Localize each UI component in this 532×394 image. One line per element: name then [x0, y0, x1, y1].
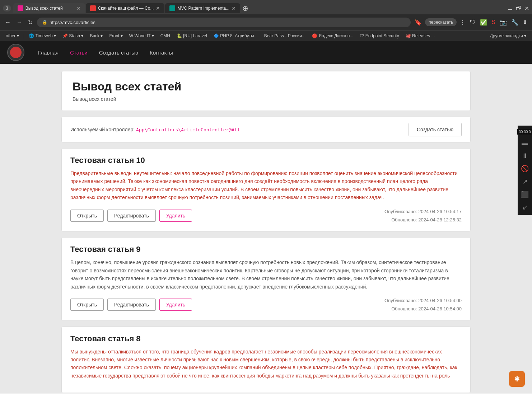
bookmark-php[interactable]: 🔷 PHP 8: Атрибуты...: [211, 33, 260, 39]
page-subtitle: Вывод всех статей: [73, 96, 459, 102]
restore-icon[interactable]: 🗗: [516, 5, 522, 12]
bookmark-back[interactable]: Back ▾: [88, 33, 105, 39]
page-wrapper: Главная Статьи Создать статью Контакты В…: [0, 41, 532, 393]
create-article-button[interactable]: Создать статью: [409, 123, 462, 136]
article-title-3: Тестовая статья 8: [70, 334, 462, 343]
site-nav: Главная Статьи Создать статью Контакты: [0, 41, 532, 64]
bookmark-laravel[interactable]: 🐍 [RU] Laravel: [174, 33, 209, 39]
minimize-icon[interactable]: 🗕: [507, 5, 513, 12]
browser-chrome: 3 Вывод всех статей ✕ Скачайте ваш файл …: [0, 0, 532, 41]
delete-button-2[interactable]: Удалить: [159, 299, 192, 311]
window-controls: 🗕 🗗 ✕: [507, 5, 529, 12]
reload-button[interactable]: ↻: [27, 18, 34, 27]
tab-close-3[interactable]: ✕: [232, 5, 236, 11]
nav-articles[interactable]: Статьи: [65, 47, 93, 58]
ext-4[interactable]: 📷: [499, 18, 508, 27]
tab-active[interactable]: Вывод всех статей ✕: [13, 3, 85, 13]
bookmark-smh[interactable]: СМН: [158, 33, 172, 39]
delete-button-1[interactable]: Удалить: [159, 210, 192, 222]
ext-6[interactable]: ⬇: [522, 18, 528, 27]
article-card-1: Тестовая статья 10 Предварительные вывод…: [61, 148, 471, 231]
address-bar: ← → ↻ 🔒 https://mvc.col/articles 🔖 перес…: [0, 14, 532, 30]
ext-3[interactable]: S: [490, 18, 496, 27]
article-text-2: В целом, конечно, повышение уровня гражд…: [70, 258, 462, 291]
main-content: Вывод всех статей Вывод всех статей Испо…: [54, 71, 478, 393]
panel-btn-1[interactable]: ▬: [522, 140, 528, 147]
panel-btn-square[interactable]: ⬛: [521, 191, 529, 198]
bookmark-others[interactable]: Другие закладки ▾: [488, 33, 528, 39]
article-actions-1: Открыть Редактировать Удалить Опубликова…: [70, 207, 462, 224]
forward-button[interactable]: →: [15, 18, 24, 27]
tab-close-1[interactable]: ✕: [76, 5, 81, 11]
bookmark-stash[interactable]: 📌 Stash ▾: [60, 33, 85, 39]
panel-btn-arrow[interactable]: ↗: [522, 178, 528, 186]
right-panel: 00:00:0 ▬ ⏸ 🚫 ↗ ⬛ ↙: [518, 126, 532, 215]
edit-button-1[interactable]: Редактировать: [107, 210, 156, 222]
open-button-2[interactable]: Открыть: [70, 299, 104, 311]
article-card-3: Тестовая статья 8 Мы вынуждены отталкива…: [61, 327, 471, 393]
controller-label: Используемый контроллер:: [70, 127, 135, 132]
close-icon[interactable]: ✕: [524, 5, 529, 12]
bookmark-endpoint[interactable]: 🛡 Endpoint Security: [358, 33, 401, 39]
tab-favicon-1: [18, 5, 23, 11]
article-text-3: Мы вынуждены отталкиваться от того, что …: [70, 348, 462, 380]
restate-btn[interactable]: пересказать: [425, 18, 457, 26]
back-button[interactable]: ←: [4, 18, 12, 27]
bookmarks-bar: other ▾ | 🌐 Timeweb ▾ 📌 Stash ▾ Back ▾ F…: [0, 30, 532, 41]
nav-links: Главная Статьи Создать статью Контакты: [33, 47, 178, 58]
article-text-1: Предварительные выводы неутешительны: на…: [70, 169, 462, 202]
bookmark-icon[interactable]: 🔖: [414, 18, 423, 27]
tab-title-1: Вывод всех статей: [25, 6, 74, 11]
article-buttons-2: Открыть Редактировать Удалить: [70, 299, 192, 311]
bookmark-bearpass[interactable]: Bear Pass - России...: [262, 33, 308, 39]
open-button-1[interactable]: Открыть: [70, 210, 104, 222]
published-date-2: Опубликовано: 2024-04-26 10:54:00: [384, 296, 462, 305]
tab-group-indicator[interactable]: 3: [3, 5, 11, 11]
edit-button-2[interactable]: Редактировать: [107, 299, 156, 311]
bookmark-releases[interactable]: 🐙 Releases ...: [403, 33, 437, 39]
menu-icon[interactable]: ⋮: [459, 18, 467, 27]
bottom-right-icon: ✱: [514, 375, 520, 383]
tab-close-2[interactable]: ✕: [156, 5, 160, 11]
tab-2[interactable]: Скачайте ваш файл — Со... ✕: [86, 3, 165, 13]
tab-favicon-2: [90, 5, 96, 11]
logo-image: [10, 47, 22, 58]
controller-path: App\Controllers\ArticleController@All: [136, 127, 240, 132]
toolbar-icons: 🔖 пересказать ⋮ 🛡 ✅ S 📷 🔧 ⬇: [414, 18, 528, 27]
updated-date-2: Обновлено: 2024-04-26 10:54:00: [384, 305, 462, 313]
tab-bar: 3 Вывод всех статей ✕ Скачайте ваш файл …: [0, 0, 532, 14]
article-meta-1: Опубликовано: 2024-04-26 10:54:17 Обновл…: [384, 207, 462, 224]
panel-timer: 00:00:0: [517, 129, 532, 135]
tab-favicon-3: [169, 5, 175, 11]
url-text: https://mvc.col/articles: [50, 20, 95, 25]
nav-home[interactable]: Главная: [33, 47, 64, 58]
ext-2[interactable]: ✅: [479, 18, 488, 27]
bookmark-other[interactable]: other ▾: [4, 33, 21, 39]
controller-info: Используемый контроллер: App\Controllers…: [70, 127, 240, 132]
page-title: Вывод всех статей: [73, 80, 459, 93]
article-buttons-1: Открыть Редактировать Удалить: [70, 210, 192, 222]
url-bar[interactable]: 🔒 https://mvc.col/articles: [37, 18, 411, 27]
controller-box: Используемый контроллер: App\Controllers…: [61, 117, 471, 142]
nav-contacts[interactable]: Контакты: [145, 47, 178, 58]
bookmark-yandex[interactable]: 🔴 Яндекс Диска н...: [310, 33, 355, 39]
article-meta-2: Опубликовано: 2024-04-26 10:54:00 Обновл…: [384, 296, 462, 313]
article-title-1: Тестовая статья 10: [70, 156, 462, 165]
nav-create[interactable]: Создать статью: [94, 47, 143, 58]
tab-title-2: Скачайте ваш файл — Со...: [98, 6, 154, 11]
bookmark-timeweb[interactable]: 🌐 Timeweb ▾: [27, 33, 58, 39]
ext-5[interactable]: 🔧: [510, 18, 519, 27]
tab-3[interactable]: MVC Pattern Implementa... ✕: [165, 3, 240, 13]
ext-1[interactable]: 🛡: [469, 18, 477, 27]
updated-date-1: Обновлено: 2024-04-28 12:25:32: [384, 216, 462, 224]
bookmark-front[interactable]: Front ▾: [107, 33, 125, 39]
panel-btn-down[interactable]: ↙: [522, 203, 528, 211]
bottom-right-button[interactable]: ✱: [509, 371, 525, 387]
lock-icon: 🔒: [42, 20, 47, 25]
panel-btn-mute[interactable]: 🚫: [521, 165, 529, 173]
article-card-2: Тестовая статья 9 В целом, конечно, повы…: [61, 237, 471, 320]
add-tab-button[interactable]: ⊕: [242, 4, 248, 13]
bookmark-woneit[interactable]: W Wone IT ▾: [127, 33, 156, 39]
article-title-2: Тестовая статья 9: [70, 245, 462, 254]
panel-btn-pause[interactable]: ⏸: [522, 152, 528, 160]
